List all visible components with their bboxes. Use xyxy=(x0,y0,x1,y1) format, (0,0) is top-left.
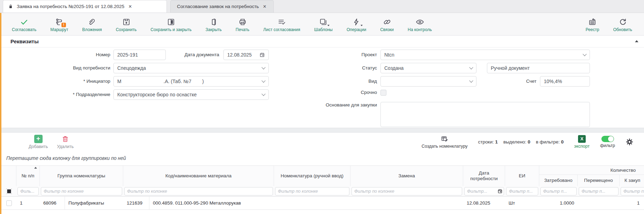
header-to-purchase[interactable]: К закуп xyxy=(620,175,644,186)
header-unit[interactable]: ЕИ xyxy=(505,166,539,186)
urgent-label: Срочно xyxy=(272,87,377,98)
grid-counters: строки: 1 выделено: 0 в фильтре: 0 xyxy=(478,139,564,145)
toggle-on-icon[interactable] xyxy=(601,136,614,142)
header-requested[interactable]: Затребовано xyxy=(539,175,578,186)
route-badge: ! xyxy=(61,23,66,27)
group-by-drop-zone[interactable]: Перетащите сюда колонку для группировки … xyxy=(1,151,644,165)
tab-request[interactable]: Заявка на потребность №2025-191 от 12.08… xyxy=(3,0,167,13)
lock-icon xyxy=(8,4,13,9)
urgent-checkbox[interactable] xyxy=(380,90,386,96)
items-grid: № п/п Группа номенклатуры Код/наименован… xyxy=(1,165,644,210)
tab-title: Заявка на потребность №2025-191 от 12.08… xyxy=(17,4,124,9)
save-and-close-button[interactable]: Сохранить и закрыть xyxy=(143,13,198,35)
floppy-icon xyxy=(122,16,131,26)
cell-nomenclature-group: 68096 Полуфабрикаты xyxy=(40,197,123,209)
doc-date-input[interactable]: 12.08.2025 xyxy=(223,50,269,60)
department-select[interactable]: Конструкторское бюро по оснастке xyxy=(113,89,269,100)
kind-select[interactable] xyxy=(380,76,476,87)
chevron-down-icon xyxy=(261,65,265,69)
tab-close-icon[interactable]: × xyxy=(128,4,132,9)
delete-row-button[interactable]: Удалить xyxy=(57,135,74,149)
attachments-button[interactable]: Вложения xyxy=(75,13,109,35)
header-nomenclature-manual[interactable]: Номенклатура (ручной ввод) xyxy=(274,166,350,186)
collapse-panel-icon[interactable] xyxy=(635,40,638,42)
plus-icon: + xyxy=(34,135,43,143)
status-label: Статус xyxy=(272,63,377,73)
check-icon xyxy=(20,16,28,26)
create-nomenclature-button[interactable]: Создать номенклатуру xyxy=(422,135,468,149)
registry-button[interactable]: Реестр xyxy=(579,16,606,32)
header-quantity-label: Количество xyxy=(539,166,644,175)
chain-link-icon xyxy=(383,16,391,26)
purchase-reason-textarea[interactable] xyxy=(380,102,590,127)
select-all-checkbox[interactable] xyxy=(6,189,12,194)
account-input[interactable] xyxy=(540,76,590,87)
filter-replacement[interactable] xyxy=(351,187,462,195)
approve-button[interactable]: Согласовать xyxy=(5,13,43,35)
filter-toggle[interactable]: фильтр xyxy=(600,136,615,148)
cell-material: 121639 000.4859. 011.000-95-290 Металлор… xyxy=(123,197,274,209)
route-button[interactable]: ! Маршрут xyxy=(43,13,75,35)
tab-title: Согласование заявок на потребность xyxy=(177,4,259,9)
filter-requested[interactable] xyxy=(540,187,577,195)
requisites-header: Реквизиты xyxy=(1,36,644,47)
trash-icon xyxy=(61,135,69,143)
calendar-icon[interactable] xyxy=(259,52,265,58)
tab-approval[interactable]: Согласование заявок на потребность × xyxy=(170,0,274,13)
tab-close-icon[interactable]: × xyxy=(262,4,267,9)
route-icon: ! xyxy=(55,16,64,26)
filter-moved[interactable] xyxy=(579,187,619,195)
group-name: Полуфабрикаты xyxy=(65,197,123,209)
header-replacement[interactable]: Замена xyxy=(350,166,463,186)
chevron-down-icon xyxy=(261,79,265,82)
material-code: 121639 xyxy=(123,197,149,209)
header-nomenclature-group[interactable]: Группа номенклатуры xyxy=(40,166,123,186)
app-window: Заявка на потребность №2025-191 от 12.08… xyxy=(0,0,644,214)
control-button[interactable]: На контроль xyxy=(401,13,439,35)
initiator-select[interactable]: М .А. (Таб. №7 ) xyxy=(113,76,269,87)
header-need-date[interactable]: Дата потребности xyxy=(463,166,505,186)
dropdown-caret xyxy=(327,25,330,26)
table-row[interactable]: 1 68096 Полуфабрикаты 121639 000.4859. 0… xyxy=(1,197,644,210)
save-button[interactable]: Сохранить xyxy=(109,13,144,35)
refresh-button[interactable]: Обновить xyxy=(606,16,639,32)
header-material-code-name[interactable]: Код/наименование материала xyxy=(123,166,274,186)
requisites-title: Реквизиты xyxy=(10,38,39,44)
chevron-down-icon xyxy=(261,92,265,96)
operations-button[interactable]: Операции xyxy=(340,13,373,35)
row-checkbox[interactable] xyxy=(6,200,12,206)
approval-sheet-button[interactable]: Лист согласования xyxy=(256,13,307,35)
rows-count: строки: 1 xyxy=(478,139,498,145)
cell-need-date: 12.08.2025 xyxy=(463,197,505,209)
material-name: 000.4859. 011.000-95-290 Металлорукав xyxy=(149,197,274,209)
links-button[interactable]: Связки xyxy=(373,13,401,35)
registry-icon xyxy=(588,16,597,26)
filter-nomenclature-manual[interactable] xyxy=(275,187,349,195)
export-excel-button[interactable]: X экспорт xyxy=(574,135,590,149)
status-select[interactable]: Создана xyxy=(380,63,476,73)
print-button[interactable]: Печать xyxy=(229,13,256,35)
calendar-icon[interactable] xyxy=(497,189,503,194)
filter-to-purchase[interactable] xyxy=(621,187,644,195)
grid-header-row: № п/п Группа номенклатуры Код/наименован… xyxy=(1,166,644,186)
chevron-down-icon xyxy=(469,79,473,82)
close-button[interactable]: Закрыть xyxy=(199,13,229,35)
gear-icon[interactable] xyxy=(626,138,634,146)
header-moved[interactable]: Перемещено xyxy=(578,175,620,186)
filter-material-code-name[interactable] xyxy=(124,187,273,195)
eye-icon xyxy=(415,16,424,26)
need-type-select[interactable]: Спецодежда xyxy=(113,63,269,73)
grid-filter-row xyxy=(1,186,644,197)
filter-nomenclature-group[interactable] xyxy=(41,187,122,195)
project-select[interactable]: Ntcn xyxy=(380,50,590,60)
filter-unit[interactable] xyxy=(506,187,538,195)
header-row-number[interactable]: № п/п xyxy=(16,166,40,186)
filter-row-number[interactable] xyxy=(17,187,39,195)
purchase-reason-label: Основание для закупки xyxy=(272,100,377,110)
templates-button[interactable]: Шаблоны xyxy=(307,13,340,35)
add-row-button[interactable]: + Добавить xyxy=(29,135,48,149)
tab-bar: Заявка на потребность №2025-191 от 12.08… xyxy=(0,0,644,13)
requisites-form: Номер Дата документа 12.08.2025 Вид потр… xyxy=(1,47,644,128)
sort-asc-icon xyxy=(34,167,37,169)
manual-document-field[interactable] xyxy=(487,63,590,73)
